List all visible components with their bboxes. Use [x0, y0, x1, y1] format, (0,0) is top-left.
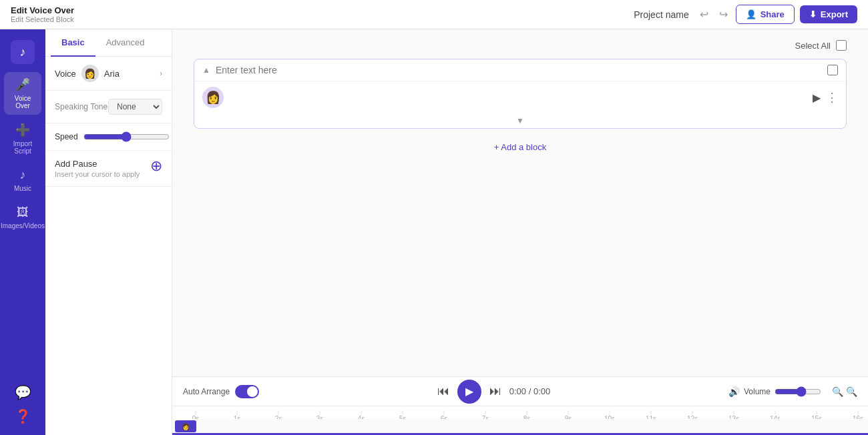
time-display: 0:00 / 0:00 — [509, 386, 550, 396]
icon-sidebar-bottom: 💬 ❓ — [15, 384, 31, 424]
time-separator: / — [529, 386, 533, 396]
undo-button[interactable]: ↩ — [697, 5, 711, 23]
sidebar-item-voice-over-label: Voice Over — [7, 95, 39, 109]
topbar-actions: ↩ ↪ 👤 Share ⬇ Export — [697, 5, 857, 24]
topbar-subtitle: Edit Selected Block — [11, 15, 626, 23]
skip-forward-button[interactable]: ⏭ — [489, 384, 501, 398]
add-block-row[interactable]: + Add a block — [194, 139, 847, 155]
content-area: Select All ▲ 👩 ▶ ⋮ — [172, 29, 868, 435]
player-controls: ⏮ ▶ ⏭ 0:00 / 0:00 — [437, 380, 550, 404]
add-pause-subtitle: Insert your cursor to apply — [55, 170, 140, 178]
select-all-checkbox[interactable] — [836, 40, 847, 51]
add-pause-text: Add Pause Insert your cursor to apply — [55, 159, 140, 178]
block-more-button[interactable]: ⋮ — [826, 90, 838, 105]
time-total: 0:00 — [533, 386, 550, 396]
left-panel: Basic Advanced Voice 👩 Aria › Speaking T… — [45, 29, 172, 435]
topbar-title: Edit Voice Over — [11, 5, 626, 15]
voice-over-icon: 🎤 — [15, 77, 30, 92]
volume-label: Volume — [744, 387, 771, 396]
block-chevron-down-icon[interactable]: ▼ — [194, 113, 846, 128]
tab-bar: Basic Advanced — [45, 29, 172, 57]
voice-section: Voice 👩 Aria › — [45, 57, 172, 91]
music-icon: ♪ — [20, 168, 26, 182]
auto-arrange-toggle[interactable] — [235, 385, 259, 398]
icon-sidebar: ♪ 🎤 Voice Over ➕ Import Script ♪ Music 🖼… — [0, 29, 45, 435]
export-icon: ⬇ — [809, 9, 817, 19]
add-pause-title: Add Pause — [55, 159, 140, 169]
block-chevron-up-icon[interactable]: ▲ — [202, 65, 210, 75]
speaking-tone-select[interactable]: None Friendly Formal — [108, 99, 162, 115]
play-button[interactable]: ▶ — [457, 380, 481, 404]
speaking-tone-section: Speaking Tone None Friendly Formal — [45, 91, 172, 123]
speed-slider[interactable] — [83, 131, 170, 142]
tab-basic[interactable]: Basic — [51, 29, 95, 57]
voice-block-body: 👩 ▶ ⋮ — [194, 81, 846, 113]
sidebar-item-music[interactable]: ♪ Music — [4, 163, 41, 197]
zoom-out-button[interactable]: 🔍 — [832, 386, 843, 397]
voice-name: Aria — [104, 69, 120, 79]
project-name: Project name — [634, 9, 688, 20]
volume-slider[interactable] — [775, 386, 821, 397]
voice-section-label: Voice — [55, 69, 76, 79]
sidebar-item-images-videos-label: Images/Videos — [1, 222, 45, 230]
select-all-row: Select All — [194, 40, 847, 51]
voice-block-header: ▲ — [194, 59, 846, 81]
add-pause-row: Add Pause Insert your cursor to apply ⊕ — [55, 159, 162, 178]
sidebar-item-import-script-label: Import Script — [7, 140, 39, 155]
chat-icon-button[interactable]: 💬 — [15, 384, 31, 400]
sidebar-item-images-videos[interactable]: 🖼 Images/Videos — [4, 200, 41, 235]
volume-control: 🔊 Volume — [728, 386, 821, 397]
redo-button[interactable]: ↪ — [716, 5, 730, 23]
block-play-button[interactable]: ▶ — [813, 91, 821, 104]
auto-arrange: Auto Arrange — [183, 385, 259, 398]
speed-label: Speed — [55, 132, 78, 141]
main-layout: ♪ 🎤 Voice Over ➕ Import Script ♪ Music 🖼… — [0, 29, 868, 435]
skip-back-button[interactable]: ⏮ — [437, 384, 449, 398]
speed-row: Speed 0% — [55, 131, 162, 142]
block-text-input[interactable] — [216, 65, 822, 75]
timeline-thumb: 👩 — [175, 420, 196, 432]
app-logo: ♪ — [11, 40, 35, 64]
speaking-tone-row: Speaking Tone None Friendly Formal — [55, 99, 162, 115]
share-icon: 👤 — [746, 9, 756, 19]
block-avatar: 👩 — [202, 87, 224, 108]
zoom-in-button[interactable]: 🔍 — [846, 386, 857, 397]
toggle-knob — [247, 386, 258, 397]
add-pause-section: Add Pause Insert your cursor to apply ⊕ — [45, 151, 172, 187]
block-controls: ▶ ⋮ — [813, 90, 838, 105]
share-label: Share — [761, 9, 785, 19]
help-icon-button[interactable]: ❓ — [15, 408, 31, 424]
share-button[interactable]: 👤 Share — [736, 5, 795, 24]
block-checkbox[interactable] — [827, 65, 838, 75]
export-button[interactable]: ⬇ Export — [800, 5, 857, 23]
add-pause-button[interactable]: ⊕ — [150, 159, 162, 173]
add-block-label[interactable]: + Add a block — [494, 142, 546, 152]
speed-section: Speed 0% — [45, 123, 172, 151]
player-bar: Auto Arrange ⏮ ▶ ⏭ 0:00 / 0:00 🔊 Volume — [172, 376, 868, 406]
speaking-tone-label: Speaking Tone — [55, 102, 107, 111]
import-script-icon: ➕ — [15, 123, 30, 137]
sidebar-item-voice-over[interactable]: 🎤 Voice Over — [4, 72, 41, 115]
time-current: 0:00 — [509, 386, 526, 396]
content-inner: Select All ▲ 👩 ▶ ⋮ — [172, 29, 868, 376]
timeline: 0s1s2s3s4s5s6s7s8s9s10s11s12s13s14s15s16… — [172, 406, 868, 435]
tab-advanced[interactable]: Advanced — [95, 29, 156, 57]
images-videos-icon: 🖼 — [17, 205, 29, 220]
sidebar-item-import-script[interactable]: ➕ Import Script — [4, 117, 41, 160]
select-all-label: Select All — [795, 41, 831, 51]
auto-arrange-label: Auto Arrange — [183, 387, 230, 396]
voice-block: ▲ 👩 ▶ ⋮ ▼ — [194, 59, 847, 129]
volume-icon: 🔊 — [728, 386, 740, 397]
voice-row: Voice 👩 Aria › — [55, 65, 162, 82]
voice-avatar: 👩 — [81, 65, 99, 82]
topbar-title-section: Edit Voice Over Edit Selected Block — [11, 5, 626, 23]
export-label: Export — [821, 9, 848, 19]
topbar: Edit Voice Over Edit Selected Block Proj… — [0, 0, 868, 29]
voice-chevron-icon[interactable]: › — [160, 69, 162, 78]
sidebar-item-music-label: Music — [14, 185, 31, 192]
zoom-control: 🔍 🔍 — [832, 386, 857, 397]
